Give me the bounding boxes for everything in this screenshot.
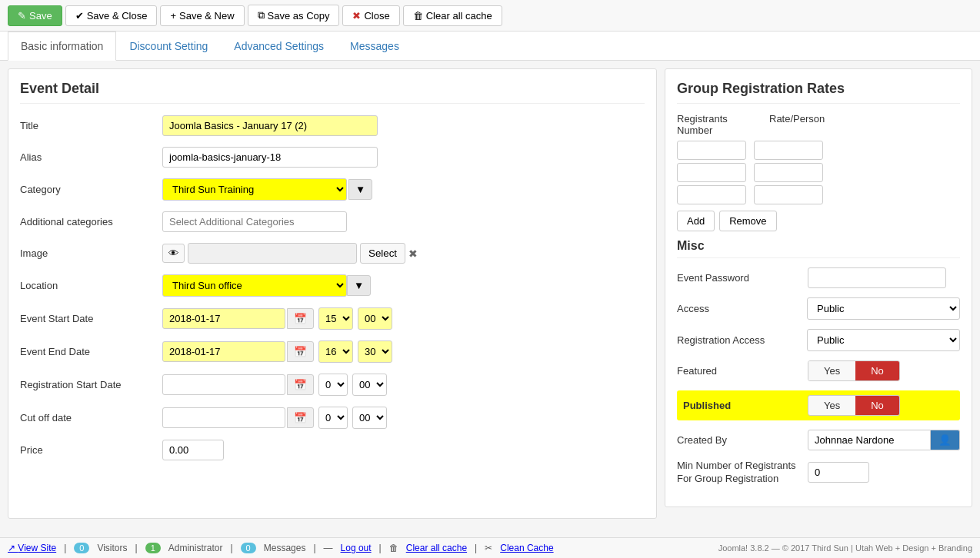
registrants-input-1[interactable] [677,141,746,160]
group-registration-section: Group Registration Rates Registrants Num… [665,68,972,507]
save-button[interactable]: ✎ Save [8,5,62,26]
reg-start-date-input[interactable] [162,374,285,395]
clear-cache-label: Clear all cache [426,10,492,22]
location-label: Location [20,280,162,291]
event-start-hour-select[interactable]: 15 [318,307,353,330]
image-label: Image [20,247,162,259]
registration-access-label: Registration Access [677,334,807,346]
alias-input[interactable] [162,147,378,168]
event-end-date-input[interactable] [162,341,285,362]
tab-messages[interactable]: Messages [337,32,412,61]
save-close-button[interactable]: ✔ Save & Close [65,5,158,26]
clear-cache-button[interactable]: 🗑 Clear all cache [403,5,502,26]
location-dropdown-btn[interactable]: ▼ [347,275,371,296]
created-by-controls: 👤 [808,430,960,450]
alias-row: Alias [20,147,645,168]
event-end-label: Event End Date [20,346,162,357]
price-input[interactable] [162,440,224,460]
rates-header: Registrants Number Rate/Person [677,113,960,136]
registration-access-select[interactable]: Public [807,329,960,351]
image-preview-btn[interactable]: 👁 [162,244,185,263]
published-no-btn[interactable]: No [855,396,899,415]
reg-start-controls: 📅 0 00 [162,374,387,396]
remove-rate-button[interactable]: Remove [719,211,776,231]
event-password-input[interactable] [808,267,946,288]
registrants-input-3[interactable] [677,185,746,204]
created-by-select-btn[interactable]: 👤 [931,430,960,450]
rate-header: Rate/Person [769,113,846,136]
rate-input-2[interactable] [754,163,823,182]
save-icon: ✎ [18,10,26,22]
created-by-row: Created By 👤 [677,430,960,450]
event-start-calendar-btn[interactable]: 📅 [287,308,314,329]
cutoff-min-select[interactable]: 00 [352,407,387,429]
published-yes-btn[interactable]: Yes [808,396,855,415]
event-end-min-select[interactable]: 30 [358,340,392,363]
image-clear-btn[interactable]: ✖ [408,247,418,260]
close-button[interactable]: ✖ Close [342,5,399,26]
check-icon: ✔ [75,10,84,22]
rate-input-1[interactable] [754,141,823,160]
location-select[interactable]: Third Sun office [162,274,347,297]
access-row: Access Public [677,297,960,320]
published-toggle: Yes No [808,395,900,416]
copy-icon: ⧉ [258,9,265,22]
category-dropdown-btn[interactable]: ▼ [348,179,372,200]
save-label: Save [29,10,52,22]
access-select[interactable]: Public [807,297,960,320]
reg-start-min-select[interactable]: 00 [352,374,387,396]
event-end-hour-select[interactable]: 16 [318,340,353,363]
event-end-row: Event End Date 📅 16 30 [20,340,645,363]
additional-categories-row: Additional categories [20,211,645,232]
additional-categories-input[interactable] [162,211,347,232]
cutoff-calendar-btn[interactable]: 📅 [287,407,314,428]
misc-title: Misc [677,239,960,258]
cutoff-date-input[interactable] [162,407,285,428]
rate-input-3[interactable] [754,185,823,204]
save-copy-button[interactable]: ⧉ Save as Copy [248,5,340,26]
add-rate-button[interactable]: Add [677,211,715,231]
registrants-input-2[interactable] [677,163,746,182]
cutoff-label: Cut off date [20,412,162,423]
tab-basic-info[interactable]: Basic information [8,32,116,61]
access-label: Access [677,303,807,314]
reg-start-row: Registration Start Date 📅 0 00 [20,374,645,396]
title-input[interactable] [162,115,378,136]
rates-row-2 [677,163,960,182]
save-new-button[interactable]: + Save & New [160,5,244,26]
min-reg-input[interactable] [808,462,869,483]
category-select[interactable]: Third Sun Training [162,178,347,201]
location-row: Location Third Sun office ▼ [20,274,645,297]
tab-advanced[interactable]: Advanced Settings [221,32,337,61]
image-controls: 👁 Select ✖ [162,243,418,264]
title-label: Title [20,120,162,131]
rates-buttons: Add Remove [677,211,960,231]
image-input[interactable] [188,243,357,264]
rates-inputs [677,141,960,204]
reg-start-hour-select[interactable]: 0 [318,374,348,396]
created-by-input[interactable] [808,430,931,450]
save-new-label: Save & New [179,10,235,22]
event-start-row: Event Start Date 📅 15 00 [20,307,645,330]
plus-icon: + [170,10,176,22]
event-end-controls: 📅 16 30 [162,340,392,363]
title-row: Title [20,115,645,136]
tab-discount[interactable]: Discount Setting [116,32,221,61]
main-content: Event Detail Title Alias Category Third … [0,61,980,526]
reg-start-calendar-btn[interactable]: 📅 [287,374,314,395]
additional-categories-label: Additional categories [20,216,162,228]
featured-no-btn[interactable]: No [855,361,899,380]
event-end-calendar-btn[interactable]: 📅 [287,341,314,362]
event-start-date-input[interactable] [162,308,285,329]
category-wrapper: Third Sun Training ▼ [162,178,372,201]
trash-icon: 🗑 [413,10,423,22]
image-row: Image 👁 Select ✖ [20,243,645,264]
event-start-label: Event Start Date [20,313,162,324]
save-close-label: Save & Close [87,10,148,22]
cutoff-hour-select[interactable]: 0 [318,407,348,429]
featured-toggle: Yes No [808,360,900,381]
event-start-min-select[interactable]: 00 [358,307,392,330]
image-select-btn[interactable]: Select [360,243,405,264]
event-detail-title: Event Detail [20,81,645,104]
featured-yes-btn[interactable]: Yes [808,361,855,380]
